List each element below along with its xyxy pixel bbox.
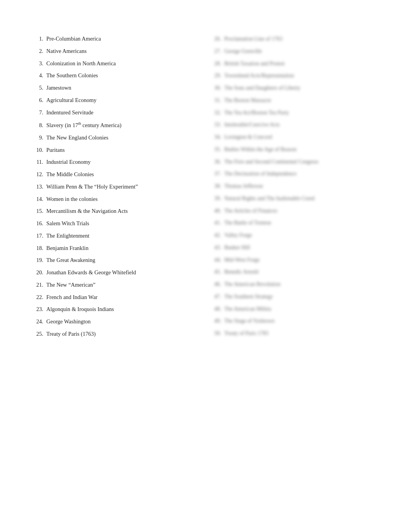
list-item: 10.Puritans [31, 146, 197, 155]
term-number: 13. [31, 183, 43, 191]
term-number: 31. [209, 96, 221, 105]
list-item: 19.The Great Awakening [31, 256, 197, 265]
term-number: 2. [31, 47, 43, 56]
term-number: 8. [31, 121, 43, 130]
term-text: Mercantilism & the Navigation Acts [46, 207, 197, 216]
list-item: 9.The New England Colonies [31, 134, 197, 142]
term-text: The Sons and Daughters of Liberty [224, 84, 379, 92]
list-item: 4.The Southern Colonies [31, 71, 197, 80]
term-text: The American Revolution [224, 280, 379, 288]
term-number: 32. [209, 109, 221, 117]
term-number: 7. [31, 109, 43, 117]
term-number: 15. [31, 207, 43, 216]
list-item: 12.The Middle Colonies [31, 170, 197, 179]
term-text: Benedic Arnold [224, 268, 379, 276]
term-number: 43. [209, 243, 221, 252]
term-number: 6. [31, 96, 43, 105]
list-item: 47.The Southern Strategy [209, 292, 379, 301]
term-text: Salem Witch Trials [46, 219, 197, 228]
term-text: Valley Forge [224, 231, 379, 239]
term-text: The First and Second Continental Congres… [224, 158, 379, 166]
term-number: 49. [209, 317, 221, 325]
list-item: 30.The Sons and Daughters of Liberty [209, 84, 379, 92]
list-item: 20.Jonathan Edwards & George Whitefield [31, 269, 197, 277]
list-item: 25.Treaty of Paris (1763) [31, 330, 197, 338]
term-number: 17. [31, 232, 43, 240]
term-number: 10. [31, 146, 43, 155]
list-item: 29.Townshend Acts/Representation [209, 71, 379, 80]
list-item: 38.Thomas Jefferson [209, 182, 379, 190]
term-text: Indentured Servitude [46, 109, 197, 117]
term-text: Battles Within the Age of Reason [224, 145, 379, 153]
list-item: 6.Agricultural Economy [31, 96, 197, 105]
list-item: 8.Slavery (in 17th century America) [31, 121, 197, 130]
list-item: 5.Jamestown [31, 84, 197, 92]
list-item: 36.The First and Second Continental Cong… [209, 158, 379, 166]
term-text: The Southern Colonies [46, 71, 197, 80]
term-number: 47. [209, 292, 221, 301]
term-text: Proclamation Line of 1763 [224, 35, 379, 43]
list-item: 48.The American Militia [209, 305, 379, 313]
list-item: 7.Indentured Servitude [31, 109, 197, 117]
term-text: Lexington & Concord [224, 133, 379, 141]
term-text: Algonquin & Iroquois Indians [46, 305, 197, 314]
term-number: 45. [209, 268, 221, 276]
list-item: 39.Natural Rights and The Inalienable Cr… [209, 194, 379, 203]
term-text: Treaty of Paris 1783 [224, 329, 379, 337]
term-text: The Tea Act/Boston Tea Party [224, 109, 379, 117]
term-text: Colonization in North America [46, 59, 197, 68]
term-text: Slavery (in 17th century America) [46, 121, 197, 130]
list-item: 32.The Tea Act/Boston Tea Party [209, 109, 379, 117]
list-item: 21.The New “American” [31, 281, 197, 289]
list-item: 3.Colonization in North America [31, 59, 197, 68]
term-text: Mid-West Forge [224, 256, 379, 264]
list-item: 31.The Boston Massacre [209, 96, 379, 105]
list-item: 18.Benjamin Franklin [31, 244, 197, 253]
term-text: The Articles of Finances [224, 207, 379, 215]
list-item: 24.George Washington [31, 318, 197, 326]
term-text: The Siege of Yorktown [224, 317, 379, 325]
term-number: 24. [31, 318, 43, 326]
term-number: 30. [209, 84, 221, 92]
list-item: 45.Benedic Arnold [209, 268, 379, 276]
term-number: 4. [31, 71, 43, 80]
term-text: The Southern Strategy [224, 292, 379, 301]
term-text: Women in the colonies [46, 195, 197, 204]
term-text: Agricultural Economy [46, 96, 197, 105]
list-item: 44.Mid-West Forge [209, 256, 379, 264]
term-text: Jamestown [46, 84, 197, 92]
term-number: 33. [209, 121, 221, 129]
term-text: Native Americans [46, 47, 197, 56]
list-item: 41.The Battle of Trenton [209, 219, 379, 227]
list-item: 14.Women in the colonies [31, 195, 197, 204]
term-text: George Washington [46, 318, 197, 326]
term-text: The American Militia [224, 305, 379, 313]
term-text: The Enlightenment [46, 232, 197, 240]
term-number: 36. [209, 158, 221, 166]
list-item: 23.Algonquin & Iroquois Indians [31, 305, 197, 314]
term-text: William Penn & The “Holy Experiment” [46, 183, 197, 191]
term-text: The New “American” [46, 281, 197, 289]
term-number: 44. [209, 256, 221, 264]
term-number: 37. [209, 170, 221, 178]
list-item: 28.British Taxation and Protest [209, 59, 379, 68]
term-text: Natural Rights and The Inalienable Creed [224, 194, 379, 202]
term-number: 19. [31, 256, 43, 265]
list-item: 34.Lexington & Concord [209, 133, 379, 141]
list-item: 37.The Declaration of Independence [209, 170, 379, 178]
term-number: 50. [209, 329, 221, 338]
term-number: 14. [31, 195, 43, 204]
list-item: 15.Mercantilism & the Navigation Acts [31, 207, 197, 216]
list-item: 42.Valley Forge [209, 231, 379, 240]
term-text: The Battle of Trenton [224, 219, 379, 227]
term-number: 20. [31, 269, 43, 277]
list-item: 43.Bunker Hill [209, 243, 379, 252]
list-item: 26.Proclamation Line of 1763 [209, 35, 379, 43]
term-number: 16. [31, 219, 43, 228]
term-number: 28. [209, 59, 221, 68]
list-item: 35.Battles Within the Age of Reason [209, 145, 379, 154]
term-number: 9. [31, 134, 43, 142]
term-number: 27. [209, 47, 221, 56]
term-number: 41. [209, 219, 221, 227]
term-text: Intolerable/Coercive Acts [224, 121, 379, 129]
